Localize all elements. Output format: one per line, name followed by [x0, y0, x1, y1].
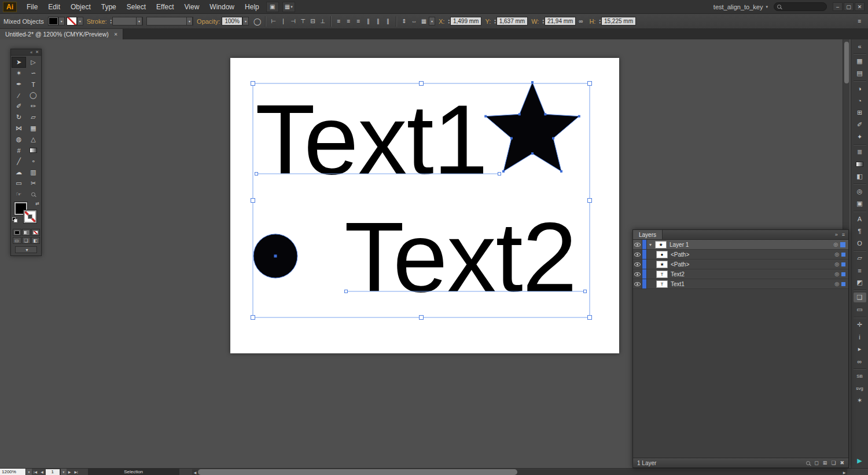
direct-selection-tool[interactable]: ▷: [26, 57, 41, 68]
delete-layer-icon[interactable]: ✖: [840, 460, 844, 466]
symbols-panel-icon[interactable]: ✦: [854, 132, 866, 142]
w-field[interactable]: 21,94 mm: [545, 17, 576, 25]
previous-artboard-icon[interactable]: ◀: [39, 470, 45, 474]
color-panel-icon[interactable]: ◑: [854, 83, 866, 93]
recolor-artwork-icon[interactable]: ◯: [252, 17, 262, 26]
layer-row[interactable]: ★ <Path> ◎: [633, 260, 848, 269]
x-stepper[interactable]: ▴ ▾: [448, 19, 450, 24]
expand-panels-icon[interactable]: «: [854, 41, 866, 51]
x-field[interactable]: 1,499 mm: [450, 17, 481, 25]
layer-color-column[interactable]: [642, 260, 647, 269]
stroke-weight-stepper[interactable]: ▴ ▾: [111, 19, 112, 24]
stroke-weight-select[interactable]: ▾: [112, 17, 143, 25]
draw-behind-button[interactable]: ❏: [22, 237, 31, 244]
restore-button[interactable]: ▢: [844, 2, 854, 11]
target-icon[interactable]: ◎: [834, 281, 839, 287]
selection-indicator[interactable]: [841, 262, 845, 266]
align-vertical-top-icon[interactable]: ⊤: [298, 17, 308, 26]
artboard-tool[interactable]: ▭: [12, 178, 26, 189]
target-icon[interactable]: ◎: [834, 251, 839, 257]
distribute-spacing-vertical-icon[interactable]: ⇕: [399, 17, 409, 26]
line-segment-tool[interactable]: ∕: [12, 90, 26, 101]
artboards-panel-icon[interactable]: ▭: [854, 305, 866, 315]
paragraph-panel-icon[interactable]: ¶: [854, 226, 866, 236]
perspective-grid-tool[interactable]: △: [26, 134, 41, 145]
minimize-button[interactable]: –: [833, 2, 843, 11]
scroll-left-icon[interactable]: ◀: [192, 469, 198, 475]
visibility-toggle[interactable]: [633, 269, 642, 279]
y-stepper[interactable]: ▴ ▾: [494, 19, 496, 24]
layer-color-column[interactable]: [642, 279, 647, 288]
distribute-center-h-icon[interactable]: ∥: [373, 17, 383, 26]
layer-thumbnail[interactable]: ★: [656, 261, 668, 268]
align-vertical-middle-icon[interactable]: ⊟: [308, 17, 318, 26]
workspace-switcher[interactable]: test_align_to_key ▾: [713, 3, 768, 10]
layer-name[interactable]: <Path>: [671, 261, 689, 268]
slice-tool[interactable]: ✂: [26, 178, 41, 189]
fill-swatch[interactable]: [48, 17, 58, 25]
fill-dropdown-icon[interactable]: ▾: [58, 17, 65, 25]
layer-thumbnail[interactable]: ★: [655, 241, 667, 249]
horizontal-scrollbar[interactable]: ◀ ▶: [192, 469, 847, 475]
y-field[interactable]: 1,637 mm: [496, 17, 528, 25]
constrain-proportions-icon[interactable]: ∞: [576, 17, 586, 26]
hand-tool[interactable]: ☞: [12, 189, 26, 200]
menu-file[interactable]: File: [21, 3, 43, 11]
opacity-label[interactable]: Opacity:: [197, 18, 220, 25]
color-button[interactable]: [13, 229, 21, 236]
zoom-tool[interactable]: [26, 189, 41, 200]
visibility-toggle[interactable]: [633, 250, 642, 259]
opacity-dropdown-icon[interactable]: ▾: [242, 17, 249, 25]
menu-object[interactable]: Object: [65, 3, 96, 11]
actions-panel-icon[interactable]: ▸: [854, 344, 866, 354]
pathfinder-panel-icon[interactable]: ◩: [854, 277, 866, 287]
brushes-panel-icon[interactable]: ✐: [854, 120, 866, 130]
scroll-right-icon[interactable]: ▶: [841, 469, 847, 475]
locate-object-icon[interactable]: [806, 461, 810, 465]
layer-color-column[interactable]: [642, 240, 647, 249]
stroke-label[interactable]: Stroke:: [87, 18, 107, 25]
visibility-toggle[interactable]: [633, 279, 642, 288]
target-icon[interactable]: ◎: [834, 261, 839, 267]
pen-tool[interactable]: ✒: [12, 79, 26, 90]
dock-grid-icon[interactable]: ▤: [854, 68, 866, 78]
scriptbay-panel-icon[interactable]: SB: [854, 371, 866, 381]
layer-name[interactable]: Layer 1: [670, 242, 689, 248]
h-stepper[interactable]: ▴ ▾: [599, 19, 601, 24]
appearance-panel-icon[interactable]: ◎: [854, 187, 866, 196]
control-panel-menu-icon[interactable]: ≡: [855, 17, 865, 26]
visibility-toggle[interactable]: [633, 260, 642, 269]
navigator-panel-icon[interactable]: ✛: [854, 320, 866, 330]
close-panel-icon[interactable]: ✕: [35, 50, 39, 54]
graphic-styles-panel-icon[interactable]: ▣: [854, 199, 866, 209]
layer-thumbnail[interactable]: T: [656, 271, 668, 278]
align-horizontal-right-icon[interactable]: ⊣: [288, 17, 298, 26]
stroke-swatch[interactable]: [67, 17, 77, 25]
disclosure-triangle-icon[interactable]: ▼: [647, 243, 654, 247]
target-icon[interactable]: ◎: [833, 242, 838, 247]
type-tool[interactable]: T: [26, 79, 41, 90]
character-panel-icon[interactable]: A: [854, 214, 866, 224]
info-panel-icon[interactable]: i: [854, 332, 866, 342]
clipping-mask-icon[interactable]: ◻: [814, 460, 818, 466]
selection-indicator[interactable]: [841, 282, 845, 286]
layer-color-column[interactable]: [642, 250, 647, 259]
vertical-scrollbar-thumb[interactable]: [844, 42, 849, 83]
paintbrush-tool[interactable]: ✐: [12, 101, 26, 112]
align-horizontal-left-icon[interactable]: ⊢: [269, 17, 278, 26]
artboard-dropdown-icon[interactable]: ▾: [60, 469, 67, 475]
document-tab[interactable]: Untitled-2* @ 1200% (CMYK/Preview) ✕: [0, 29, 123, 39]
layer-row[interactable]: T Text1 ◎: [633, 279, 848, 289]
bridge-icon[interactable]: ▣: [266, 2, 279, 12]
layers-panel-tab[interactable]: Layers: [633, 230, 663, 239]
layer-name[interactable]: Text1: [671, 281, 685, 287]
draw-inside-button[interactable]: ◧: [31, 237, 40, 244]
transparency-panel-icon[interactable]: ◧: [854, 171, 866, 181]
scale-tool[interactable]: ▱: [26, 112, 41, 123]
gradient-panel-icon[interactable]: [854, 159, 866, 169]
stroke-color-swatch[interactable]: [24, 210, 36, 223]
w-stepper[interactable]: ▴ ▾: [542, 19, 544, 24]
layer-row[interactable]: T Text2 ◎: [633, 269, 848, 279]
swap-fill-stroke-icon[interactable]: ⇄: [35, 201, 39, 206]
layer-color-column[interactable]: [642, 269, 647, 279]
